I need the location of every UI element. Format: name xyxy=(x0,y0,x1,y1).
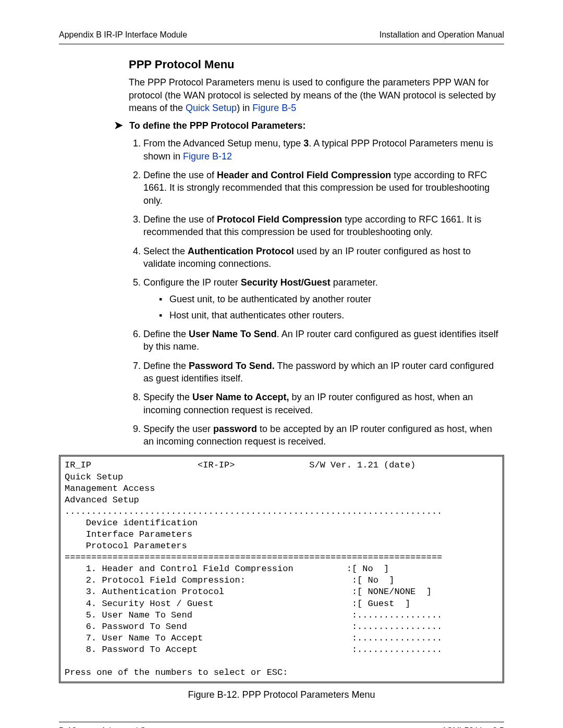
footer-rule xyxy=(59,722,504,722)
link-figure-b5[interactable]: Figure B-5 xyxy=(252,103,296,113)
step-3: Define the use of Protocol Field Compres… xyxy=(143,213,504,239)
intro-paragraph: The PPP Protocol Parameters menu is used… xyxy=(129,76,504,114)
step-2: Define the use of Header and Control Fie… xyxy=(143,169,504,207)
running-header: Appendix B IR-IP Interface Module Instal… xyxy=(59,29,504,44)
header-right: Installation and Operation Manual xyxy=(380,29,504,41)
intro-text-a: The PPP Protocol Parameters menu is used… xyxy=(129,77,496,113)
step-1: From the Advanced Setup menu, type 3. A … xyxy=(143,137,504,163)
intro-text-b: ) in xyxy=(237,103,252,113)
procedure-steps: From the Advanced Setup menu, type 3. A … xyxy=(129,137,504,448)
step-8: Specify the User Name to Accept, by an I… xyxy=(143,391,504,416)
step-5: Configure the IP router Security Host/Gu… xyxy=(143,276,504,322)
step-6: Define the User Name To Send. An IP rout… xyxy=(143,328,504,353)
procedure-heading: ➤ To define the PPP Protocol Parameters: xyxy=(114,119,504,132)
figure-caption: Figure B-12. PPP Protocol Parameters Men… xyxy=(59,688,504,701)
content-block: PPP Protocol Menu The PPP Protocol Param… xyxy=(59,57,504,448)
terminal-screen: IR_IP <IR-IP> S/W Ver. 1.21 (date) Quick… xyxy=(59,455,504,683)
step-5-sublist: Guest unit, to be authenticated by anoth… xyxy=(143,293,504,322)
footer-version: ASMi-52 Ver. 2.5 xyxy=(442,725,504,728)
section-heading: PPP Protocol Menu xyxy=(129,57,504,72)
procedure-title-text: To define the PPP Protocol Parameters: xyxy=(129,119,305,132)
step-5-sub2: Host unit, that authenticates other rout… xyxy=(159,309,504,322)
header-rule xyxy=(59,44,504,44)
footer-left: B-18 Advanced Setup xyxy=(59,725,162,728)
step-1-bold: 3 xyxy=(303,138,309,149)
arrow-icon: ➤ xyxy=(114,120,123,130)
running-footer: B-18 Advanced Setup ASMi-52 Ver. 2.5 xyxy=(59,725,504,728)
link-figure-b12[interactable]: Figure B-12 xyxy=(183,151,232,162)
step-9: Specify the user password to be accepted… xyxy=(143,423,504,448)
document-page: Appendix B IR-IP Interface Module Instal… xyxy=(0,0,563,728)
header-left: Appendix B IR-IP Interface Module xyxy=(59,29,187,41)
step-5-sub1: Guest unit, to be authenticated by anoth… xyxy=(159,293,504,305)
step-4: Select the Authentication Protocol used … xyxy=(143,245,504,270)
step-7: Define the Password To Send. The passwor… xyxy=(143,360,504,385)
link-quick-setup[interactable]: Quick Setup xyxy=(186,103,237,113)
